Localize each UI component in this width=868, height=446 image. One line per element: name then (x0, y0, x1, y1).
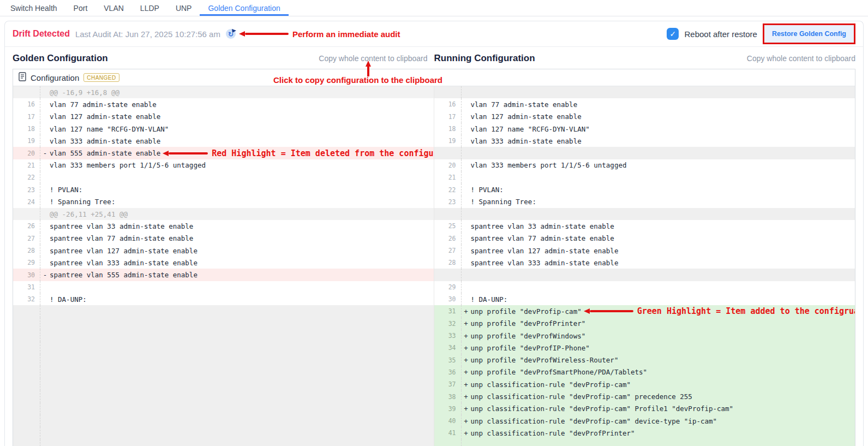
diff-row: 32! DA-UNP:30! DA-UNP: (13, 293, 855, 305)
tab-switch-health[interactable]: Switch Health (2, 0, 65, 16)
diff-row: 35+unp profile "devProfWireless-Router" (13, 354, 855, 366)
run-audit-icon[interactable]: ↻ (226, 28, 237, 39)
line-number (13, 390, 40, 402)
code-text: vlan 77 admin-state enable (50, 100, 434, 109)
diff-ctx-line: 29spantree vlan 333 admin-state enable (13, 257, 434, 269)
line-number: 39 (434, 403, 462, 415)
tab-unp[interactable]: UNP (167, 0, 200, 16)
diff-ctx-line: 25spantree vlan 33 admin-state enable (434, 220, 855, 232)
diff-ctx-line: 21 (434, 171, 855, 183)
line-number (434, 439, 462, 446)
tab-lldp[interactable]: LLDP (132, 0, 167, 16)
tab-golden-configuration[interactable]: Golden Configuration (200, 0, 288, 16)
code-text: vlan 127 name "RCFG-DYN-VLAN" (471, 125, 855, 133)
red-annotation-text: Red Highlight = Item deleted from the co… (212, 148, 433, 158)
diff-marker: + (462, 319, 471, 328)
diff-row: 36+unp profile "devProfSmartPhone/PDA/Ta… (13, 366, 855, 378)
code-text: vlan 127 admin-state enable (50, 112, 434, 121)
line-number: 32 (13, 293, 40, 305)
diff-marker: + (462, 429, 471, 437)
diff-ctx-line: 19vlan 333 admin-state enable (13, 135, 434, 147)
reboot-after-restore-checkbox[interactable]: ✓ (667, 28, 679, 40)
diff-filler-line (13, 378, 434, 390)
diff-row: 37+unp classification-rule "devProfip-ca… (13, 378, 855, 390)
diff-marker: + (462, 380, 471, 389)
diff-row: 39+unp classification-rule "devProfip-ca… (13, 403, 855, 415)
diff-ctx-line: 20vlan 333 members port 1/1/5-6 untagged (434, 159, 855, 171)
running-copy-link[interactable]: Copy whole content to clipboard (747, 54, 855, 63)
code-text: unp classification-rule "devProfip-cam" (471, 380, 855, 389)
line-number: 35 (434, 354, 462, 366)
code-text: unp profile "devProfPrinter" (471, 319, 855, 328)
line-number: 20 (13, 147, 40, 159)
code-text: @@ -16,9 +16,8 @@ (50, 88, 434, 97)
code-text: ! DA-UNP: (50, 295, 434, 304)
diff-ctx-line: 28spantree vlan 333 admin-state enable (434, 257, 855, 269)
code-text: spantree vlan 333 admin-state enable (471, 259, 855, 267)
diff-ctx-line: 29 (434, 281, 855, 293)
diff-file-label: Configuration (31, 73, 79, 82)
diff-add-line: 35+unp profile "devProfWireless-Router" (434, 354, 855, 366)
audit-annotation-text: Perform an immediate audit (292, 29, 400, 39)
code-text: @@ -26,11 +25,41 @@ (50, 210, 434, 218)
line-number: 23 (434, 196, 462, 208)
audit-annotation-arrow (239, 31, 289, 37)
line-number (13, 342, 40, 354)
restore-golden-config-button[interactable]: Restore Golden Config (764, 25, 854, 43)
line-number (13, 305, 40, 317)
line-number: 29 (13, 257, 40, 269)
diff-ctx-line: 21vlan 333 members port 1/1/5-6 untagged (13, 159, 434, 171)
diff-ctx-line: 26spantree vlan 33 admin-state enable (13, 220, 434, 232)
diff-marker: + (462, 356, 471, 364)
diff-add-line: 34+unp profile "devProfIP-Phone" (434, 342, 855, 354)
diff-filler-line (13, 342, 434, 354)
code-text: vlan 555 admin-state enableRed Highlight… (50, 148, 434, 158)
diff-ctx-line: 31 (13, 281, 434, 293)
diff-add-line: 40+unp classification-rule "devProfip-ca… (434, 415, 855, 427)
code-text: vlan 127 name "RCFG-DYN-VLAN" (50, 125, 434, 133)
code-text: spantree vlan 77 admin-state enable (471, 234, 855, 242)
diff-add-line: 37+unp classification-rule "devProfip-ca… (434, 378, 855, 390)
line-number (434, 269, 462, 281)
diff-marker: - (40, 149, 50, 157)
diff-add-line: 36+unp profile "devProfSmartPhone/PDA/Ta… (434, 366, 855, 378)
code-text: unp profile "devProfWindows" (471, 332, 855, 340)
line-number: 34 (434, 342, 462, 354)
diff-ctx-line: 32! DA-UNP: (13, 293, 434, 305)
line-number (13, 415, 40, 427)
tab-port[interactable]: Port (65, 0, 96, 16)
code-text: unp profile "devProfIP-Phone" (471, 344, 855, 352)
line-number: 32 (434, 318, 462, 330)
diff-row: 40+unp classification-rule "devProfip-ca… (13, 415, 855, 427)
diff-marker: + (462, 405, 471, 413)
code-text: unp classification-rule "devProfPrinter" (471, 429, 855, 437)
code-text: ! PVLAN: (50, 186, 434, 194)
code-text: unp classification-rule "devProfip-cam" … (471, 417, 855, 425)
diff-marker: - (40, 271, 50, 279)
diff-ctx-line: 22! PVLAN: (434, 183, 855, 195)
red-annotation-arrow (163, 151, 208, 156)
line-number (13, 354, 40, 366)
diff-marker: + (462, 344, 471, 352)
code-text: spantree vlan 33 admin-state enable (50, 222, 434, 230)
golden-copy-link[interactable]: Copy whole content to clipboard (319, 54, 427, 63)
line-number: 19 (434, 135, 462, 147)
line-number: 27 (434, 245, 462, 257)
copy-annotation-arrow (366, 61, 371, 76)
diff-row: 30-spantree vlan 555 admin-state enable (13, 269, 855, 281)
diff-del-line: 30-spantree vlan 555 admin-state enable (13, 269, 434, 281)
diff-row: 33+unp profile "devProfWindows" (13, 330, 855, 342)
diff-ctx-line: 23! Spanning Tree: (434, 196, 855, 208)
diff-row: 41+unp classification-rule "devProfPrint… (13, 427, 855, 439)
line-number: 21 (13, 159, 40, 171)
line-number: 17 (434, 111, 462, 123)
diff-ctx-line: 23! PVLAN: (13, 183, 434, 195)
code-text: vlan 333 admin-state enable (471, 137, 855, 145)
diff-ctx-line: 27spantree vlan 77 admin-state enable (13, 233, 434, 245)
line-number: 30 (434, 293, 462, 305)
tab-vlan[interactable]: VLAN (95, 0, 132, 16)
diff-hunk-line: @@ -16,9 +16,8 @@ (13, 86, 434, 98)
line-number: 26 (13, 220, 40, 232)
line-number: 29 (434, 281, 462, 293)
diff-row: 21vlan 333 members port 1/1/5-6 untagged… (13, 159, 855, 171)
